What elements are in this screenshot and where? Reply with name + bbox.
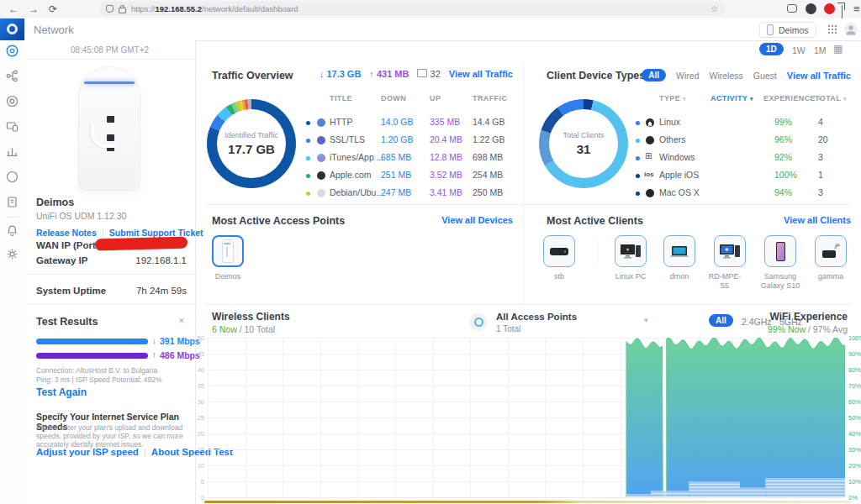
time-range-1d-tab[interactable]: 1D	[759, 43, 784, 55]
right-tick: 80%	[848, 366, 861, 374]
table-row[interactable]: Debian/Ubu... 247 MB 3.41 MB 250 MB	[306, 187, 515, 199]
address-bar[interactable]: https://192.168.55.2/network/default/das…	[99, 2, 725, 16]
submit-support-ticket-link[interactable]: Submit Support Ticket	[109, 228, 203, 238]
traffic-down: 251 MB	[381, 170, 411, 180]
table-row[interactable]: Others 96% 20	[636, 134, 851, 146]
user-avatar-icon[interactable]	[844, 23, 858, 36]
traffic-up: 335 MB	[430, 117, 460, 127]
tab-guest[interactable]: Guest	[753, 71, 777, 81]
tab-wired[interactable]: Wired	[676, 71, 699, 81]
test-again-link[interactable]: Test Again	[36, 386, 87, 398]
unifi-dashboard-screen: ← → ⟳ https://192.168.55.2/network/defau…	[0, 0, 861, 504]
tab-all[interactable]: All	[642, 69, 666, 81]
col-total[interactable]: TOTAL ▾	[815, 94, 847, 102]
time-range-1w-tab[interactable]: 1W	[792, 45, 806, 55]
table-row[interactable]: iTunes/App ... 685 MB 12.8 MB 698 MB	[306, 152, 515, 164]
upload-speed-bar	[36, 353, 148, 359]
traffic-up: 12.8 MB	[430, 152, 462, 162]
tracking-shield-icon[interactable]	[106, 5, 114, 13]
client-types-tabs: All Wired Wireless Guest View all Traffi…	[547, 69, 851, 81]
sidebar-item-statistics[interactable]	[5, 144, 19, 159]
client-card[interactable]	[815, 235, 847, 267]
divider	[24, 304, 195, 305]
client-card[interactable]	[764, 235, 796, 267]
chevron-down-icon[interactable]: ▾	[644, 316, 648, 324]
left-tick: 20	[192, 430, 204, 438]
col-title[interactable]: TITLE	[330, 94, 352, 102]
pocket-extension-icon[interactable]	[787, 4, 797, 13]
col-type[interactable]: TYPE ▾	[659, 94, 686, 102]
left-tick: 15	[192, 446, 204, 454]
console-selector[interactable]: Deimos	[759, 22, 816, 38]
view-all-devices-link[interactable]: View all Devices	[212, 215, 513, 225]
calendar-icon[interactable]: ▦	[833, 43, 843, 55]
wifi-experience-values: 99% Now / 97% Avg	[716, 324, 848, 334]
col-up[interactable]: UP	[430, 94, 441, 102]
bookmark-star-icon[interactable]: ☆	[710, 4, 718, 13]
view-all-traffic-link[interactable]: View all Traffic	[449, 69, 513, 79]
extension-icon[interactable]	[806, 3, 816, 14]
browser-back-button[interactable]: ←	[8, 0, 18, 18]
browser-reload-button[interactable]: ⟳	[49, 0, 57, 18]
sidebar-item-clients[interactable]	[5, 119, 19, 134]
client-card[interactable]	[714, 235, 746, 267]
upload-total: ↑ 431 MB	[369, 69, 409, 79]
divider	[597, 239, 598, 265]
col-traffic[interactable]: TRAFFIC	[473, 94, 507, 102]
sidebar-item-dashboard[interactable]	[5, 44, 19, 58]
release-notes-link[interactable]: Release Notes	[36, 228, 97, 238]
table-row[interactable]: HTTP 14.0 GB 335 MB 14.4 GB	[306, 117, 515, 129]
sidebar-item-devices[interactable]	[5, 94, 19, 108]
table-row[interactable]: Linux 99% 4	[636, 117, 851, 129]
udm-led-ring	[84, 81, 135, 84]
col-experience[interactable]: EXPERIENCE ▾	[763, 94, 821, 102]
table-row[interactable]: ios Apple iOS 100% 1	[636, 170, 851, 181]
right-tick: 40%	[848, 430, 861, 438]
notifications-bell-icon[interactable]	[5, 223, 19, 238]
browser-menu-icon[interactable]: ≡	[853, 0, 860, 18]
sidebar-item-insights[interactable]	[5, 170, 19, 184]
divider	[205, 304, 851, 305]
adjust-isp-speed-link[interactable]: Adjust your ISP speed	[36, 447, 139, 457]
unifi-logo[interactable]	[0, 18, 24, 40]
macos-icon	[646, 189, 654, 197]
total-value: 3	[818, 152, 823, 162]
table-row[interactable]: SSL/TLS 1.20 GB 20.4 MB 1.22 GB	[306, 134, 515, 146]
settings-gear-icon[interactable]	[5, 247, 19, 261]
client-card[interactable]	[615, 235, 647, 267]
legend-dot	[306, 174, 310, 178]
divider	[103, 228, 103, 237]
firmware-version: UniFi OS UDM 1.12.30	[36, 211, 126, 221]
windows-icon: ⊞	[645, 151, 652, 160]
view-all-clients-link[interactable]: View all Clients	[547, 215, 851, 225]
ap-selector-label[interactable]: All Access Points	[496, 312, 577, 322]
table-row[interactable]: ⊞ Windows 92% 3	[636, 152, 851, 164]
sidebar-rail	[0, 40, 25, 504]
sidebar-item-system-log[interactable]	[5, 195, 19, 209]
access-point-selector-icon[interactable]	[469, 312, 488, 331]
client-card[interactable]	[543, 235, 575, 267]
access-point-card[interactable]	[212, 235, 244, 267]
right-tick: 20%	[848, 462, 861, 470]
table-row[interactable]: Mac OS X 94% 3	[636, 187, 851, 199]
desktop-pc-icon	[620, 243, 642, 260]
download-total: ↓ 17.3 GB	[320, 69, 362, 79]
col-activity[interactable]: ACTIVITY ▾	[710, 94, 753, 102]
legend-dot	[306, 156, 310, 160]
adblock-extension-icon[interactable]	[824, 3, 835, 14]
col-down[interactable]: DOWN	[381, 94, 406, 102]
tab-wireless[interactable]: Wireless	[709, 71, 742, 81]
client-card[interactable]	[663, 235, 695, 267]
apps-grid-icon[interactable]	[827, 24, 837, 34]
table-row[interactable]: Apple.com 251 MB 3.52 MB 254 MB	[306, 170, 515, 181]
wifi-chart-plot[interactable]	[208, 338, 845, 498]
close-icon[interactable]: ×	[178, 314, 185, 327]
legend-dot	[636, 156, 640, 160]
time-range-1m-tab[interactable]: 1M	[814, 45, 827, 55]
sidebar-item-topology[interactable]	[5, 69, 19, 83]
udm-device-image	[79, 67, 140, 190]
browser-forward-button[interactable]: →	[29, 0, 39, 18]
client-type: Others	[659, 134, 686, 144]
view-all-traffic-link[interactable]: View all Traffic	[787, 71, 851, 81]
scroll-indicator[interactable]	[204, 501, 851, 503]
